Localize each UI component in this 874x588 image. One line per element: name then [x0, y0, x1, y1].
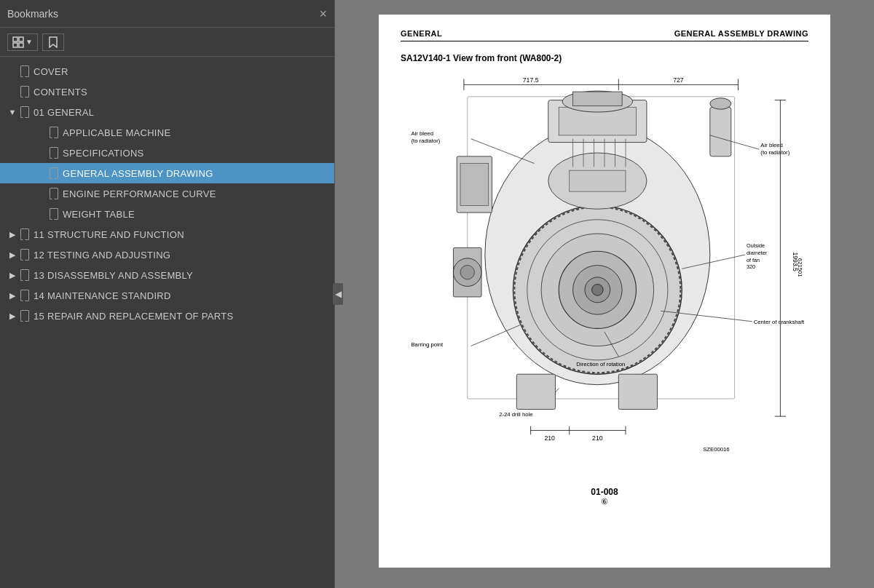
tree-item-structure-function[interactable]: ▶ 11 STRUCTURE AND FUNCTION [0, 224, 334, 245]
svg-text:Air bleed: Air bleed [760, 142, 782, 148]
bookmark-icon-repair-replacement [20, 310, 29, 322]
maintenance-standard-label: 14 MAINTENANCE STANDIRD [34, 290, 171, 301]
expand-placeholder [36, 168, 47, 178]
page-number: 01-008 [401, 487, 808, 497]
specifications-label: SPECIFICATIONS [63, 148, 144, 159]
general-assembly-drawing-label: GENERAL ASSEMBLY DRAWING [63, 168, 213, 179]
bookmark-icon-cover [20, 65, 29, 77]
tree-item-weight-table[interactable]: WEIGHT TABLE [0, 204, 334, 224]
svg-point-33 [710, 98, 731, 109]
testing-adjusting-label: 12 TESTING AND ADJUSTING [34, 250, 170, 261]
bookmark-icon-general [20, 106, 29, 118]
expand-placeholder [36, 148, 47, 158]
repair-replacement-label: 15 REPAIR AND REPLACEMENT OF PARTS [34, 311, 233, 322]
svg-point-24 [592, 285, 603, 295]
tree-item-general-assembly-drawing[interactable]: GENERAL ASSEMBLY DRAWING [0, 163, 334, 183]
bookmark-icon-general-assembly-drawing [50, 167, 58, 179]
engine-drawing-container: 717.5 727 1993.5 621501 [401, 72, 808, 480]
tree-item-contents[interactable]: CONTENTS [0, 82, 334, 102]
engine-performance-curve-label: ENGINE PERFORMANCE CURVE [63, 188, 216, 199]
tree-item-cover[interactable]: COVER [0, 61, 334, 82]
tree-item-repair-replacement[interactable]: ▶ 15 REPAIR AND REPLACEMENT OF PARTS [0, 306, 334, 326]
expand-all-button[interactable]: ▼ [7, 33, 38, 51]
svg-rect-29 [573, 92, 623, 106]
bookmark-icon-structure-function [20, 229, 29, 240]
expand-icon-testing: ▶ [7, 250, 17, 260]
expand-icon-structure: ▶ [7, 229, 17, 239]
svg-text:621501: 621501 [797, 258, 803, 277]
structure-function-label: 11 STRUCTURE AND FUNCTION [34, 229, 184, 240]
svg-text:of fan: of fan [747, 257, 760, 263]
doc-header: GENERAL GENERAL ASSEMBLY DRAWING [401, 29, 808, 41]
svg-rect-60 [516, 374, 555, 409]
expand-placeholder [36, 127, 47, 138]
svg-text:diameter: diameter [747, 250, 768, 256]
bookmarks-header: Bookmarks × [0, 0, 334, 28]
svg-text:Center of crankshaft: Center of crankshaft [754, 319, 805, 325]
bookmark-icon-specifications [50, 147, 58, 159]
doc-header-right: GENERAL ASSEMBLY DRAWING [674, 29, 808, 38]
svg-text:210: 210 [544, 434, 555, 442]
expand-placeholder [36, 209, 47, 219]
svg-text:Barring point: Barring point [411, 341, 444, 348]
general-label: 01 GENERAL [34, 107, 94, 118]
bookmark-icon-disassembly-assembly [20, 269, 29, 281]
svg-text:(to radiator): (to radiator) [411, 138, 440, 144]
expand-icon-repair: ▶ [7, 311, 17, 321]
grid-icon [12, 36, 24, 48]
engine-assembly-drawing: 717.5 727 1993.5 621501 [401, 72, 808, 480]
tree-item-specifications[interactable]: SPECIFICATIONS [0, 143, 334, 163]
bookmark-nav-icon [47, 36, 59, 48]
contents-label: CONTENTS [34, 87, 87, 98]
disassembly-assembly-label: 13 DISASSEMBLY AND ASSEMBLY [34, 270, 193, 281]
circle-number: ⑥ [401, 497, 808, 506]
close-button[interactable]: × [319, 7, 327, 20]
bookmark-icon-engine-performance-curve [50, 188, 58, 199]
bookmark-icon-maintenance-standard [20, 290, 29, 301]
svg-text:Air bleed: Air bleed [411, 130, 433, 137]
svg-point-64 [460, 266, 474, 279]
expand-icon-disassembly: ▶ [7, 270, 17, 280]
expand-dropdown: ▼ [25, 38, 33, 46]
svg-text:727: 727 [673, 76, 684, 84]
svg-rect-0 [13, 37, 17, 41]
expand-placeholder [36, 188, 47, 199]
svg-text:SZE00016: SZE00016 [703, 446, 729, 453]
doc-header-left: GENERAL [401, 29, 442, 38]
expand-icon-maintenance: ▶ [7, 290, 17, 301]
tree-item-maintenance-standard[interactable]: ▶ 14 MAINTENANCE STANDIRD [0, 285, 334, 306]
bookmarks-panel: Bookmarks × ▼ COVER [0, 0, 335, 588]
svg-rect-61 [618, 374, 657, 409]
svg-text:320: 320 [747, 263, 755, 270]
svg-rect-3 [19, 43, 23, 47]
bookmarks-title: Bookmarks [7, 8, 58, 20]
svg-rect-2 [13, 43, 17, 47]
expand-icon-general: ▼ [7, 107, 17, 117]
svg-rect-31 [460, 164, 489, 206]
svg-text:Direction of rotation: Direction of rotation [576, 361, 625, 368]
doc-footer: 01-008 ⑥ [401, 487, 808, 506]
weight-table-label: WEIGHT TABLE [63, 209, 135, 220]
svg-rect-66 [570, 170, 626, 191]
bookmark-icon-testing-adjusting [20, 249, 29, 261]
cover-label: COVER [34, 66, 68, 77]
expand-placeholder [7, 87, 17, 97]
tree-item-testing-adjusting[interactable]: ▶ 12 TESTING AND ADJUSTING [0, 245, 334, 265]
bookmark-icon-contents [20, 86, 29, 98]
tree-item-applicable-machine[interactable]: APPLICABLE MACHINE [0, 122, 334, 143]
svg-rect-1 [19, 37, 23, 41]
bookmarks-tree: COVER CONTENTS ▼ 01 GENERAL APPLICABLE M… [0, 57, 334, 588]
applicable-machine-label: APPLICABLE MACHINE [63, 127, 170, 138]
document-page: GENERAL GENERAL ASSEMBLY DRAWING SA12V14… [379, 15, 830, 568]
svg-rect-32 [710, 107, 731, 156]
bookmark-icon-weight-table [50, 208, 58, 220]
tree-item-engine-performance-curve[interactable]: ENGINE PERFORMANCE CURVE [0, 183, 334, 204]
svg-text:717.5: 717.5 [523, 76, 539, 84]
tree-item-disassembly-assembly[interactable]: ▶ 13 DISASSEMBLY AND ASSEMBLY [0, 265, 334, 285]
collapse-panel-button[interactable]: ◀ [333, 283, 343, 305]
tree-item-general[interactable]: ▼ 01 GENERAL [0, 102, 334, 122]
toolbar: ▼ [0, 28, 334, 57]
document-view: GENERAL GENERAL ASSEMBLY DRAWING SA12V14… [335, 0, 874, 588]
bookmark-view-button[interactable] [42, 33, 64, 51]
svg-text:2-24 drill hole: 2-24 drill hole [499, 411, 532, 418]
